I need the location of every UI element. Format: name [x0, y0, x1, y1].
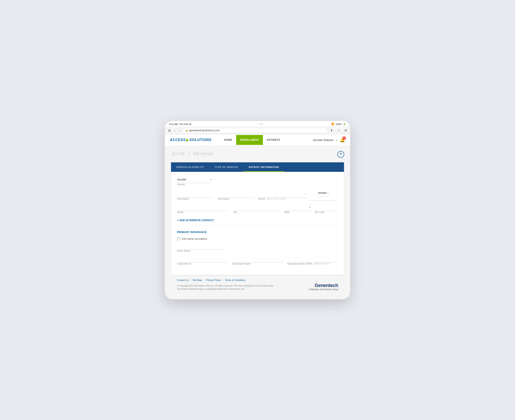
steps-bar: SERVICE ELIGIBILITY TYPE OF SERVICE PATI…	[171, 162, 344, 172]
gender-field: Gender Male Female Other ▾ Gender	[177, 177, 212, 186]
notification-button[interactable]: 🔔 18	[340, 137, 345, 142]
nav-patients[interactable]: PATIENTS	[263, 135, 284, 145]
street-field: Street	[177, 205, 229, 214]
page-content: Enroll / Re-enroll ? SERVICE ELIGIBILITY…	[165, 146, 350, 299]
subscriber-dob-field: Subscriber Date of Birth (MM/DD/YYYY)	[287, 257, 338, 265]
subscriber-name-label: Subscriber Name	[232, 262, 283, 265]
phone-type-label	[323, 196, 324, 199]
logo: ACCESS ▶ SOLUTIONS	[170, 138, 212, 142]
city-input[interactable]	[233, 205, 280, 211]
battery-display: 100%	[336, 123, 342, 126]
tabs-button[interactable]: ⧉	[344, 128, 348, 133]
subscriber-id-input[interactable]	[177, 257, 228, 262]
zip-field: Zip Code	[315, 205, 338, 214]
last-name-label: Last Name	[218, 197, 254, 200]
city-label: City	[233, 211, 280, 213]
payer-row: Payer Name	[177, 244, 338, 253]
footer-contact-link[interactable]: Contact Us	[177, 279, 189, 281]
gender-select[interactable]: Gender Male Female Other	[177, 177, 210, 182]
phone-input[interactable]	[258, 191, 303, 196]
phone-type-select[interactable]: Mobile Home Work	[318, 190, 326, 195]
info-same-label: Info same as patient	[182, 237, 207, 240]
tab-icon[interactable]: ⊞	[167, 128, 172, 133]
form-panel: SERVICE ELIGIBILITY TYPE OF SERVICE PATI…	[171, 162, 344, 275]
address-bar[interactable]: 🔒 genentech-prod.force.com	[183, 128, 327, 133]
status-bar: 9:41 AM Thu Feb 18 ••• 📶 100% 🔋	[165, 121, 350, 127]
genentech-sub: A Member of the Roche Group	[309, 288, 338, 291]
info-same-row: Info same as patient	[177, 237, 338, 240]
footer-terms-link[interactable]: Terms & Conditions	[225, 279, 245, 281]
step-service-eligibility[interactable]: SERVICE ELIGIBILITY	[171, 162, 209, 172]
page-title: Enroll / Re-enroll	[171, 151, 214, 157]
first-name-field: First Name	[177, 192, 213, 201]
payer-name-field: Payer Name	[177, 244, 224, 253]
url-display: genentech-prod.force.com	[189, 129, 220, 132]
logo-solutions-text: SOLUTIONS	[189, 138, 212, 142]
state-label: State	[284, 211, 310, 213]
user-dropdown-arrow[interactable]: ▾	[336, 139, 337, 141]
info-same-checkbox[interactable]	[177, 237, 180, 240]
payer-name-label: Payer Name	[177, 249, 224, 252]
first-name-label: First Name	[177, 197, 213, 200]
nav-home[interactable]: HOME	[220, 135, 236, 145]
footer-bottom: © Copyright 2015 Genentech USA, Inc. All…	[177, 283, 338, 291]
menu-dots: •••	[259, 123, 263, 126]
first-name-input[interactable]	[177, 192, 213, 197]
subscriber-name-field: Subscriber Name	[232, 257, 283, 265]
nav-bar: ACCESS ▶ SOLUTIONS HOME ENROLLMENT PATIE…	[165, 135, 350, 146]
zip-input[interactable]	[315, 205, 338, 211]
browser-bar: ⊞ ‹ › 🔒 genentech-prod.force.com ⬆ ＋ ⧉	[165, 127, 350, 135]
state-select-arrow: ▾	[309, 206, 310, 209]
phone-arrow-icon: ›	[304, 192, 305, 195]
subscriber-row: Subscriber ID Subscriber Name Subscriber…	[177, 257, 338, 265]
share-button[interactable]: ⬆	[330, 128, 334, 133]
help-button[interactable]: ?	[337, 151, 344, 158]
logo-arrow-icon: ▶	[186, 138, 189, 142]
street-label: Street	[177, 211, 229, 213]
footer-copyright: © Copyright 2015 Genentech USA, Inc. All…	[177, 284, 273, 291]
last-name-field: Last Name	[218, 192, 254, 201]
insurance-divider	[177, 225, 338, 225]
state-select[interactable]	[284, 205, 308, 210]
name-phone-row: First Name Last Name ›	[177, 190, 338, 201]
last-name-input[interactable]	[218, 192, 254, 197]
time-display: 9:41 AM	[169, 123, 178, 126]
new-tab-button[interactable]: ＋	[336, 128, 341, 133]
footer-sitemap-link[interactable]: Site Map	[193, 279, 202, 281]
notification-badge: 18	[342, 136, 346, 140]
footer-privacy-link[interactable]: Privacy Policy	[206, 279, 221, 281]
device-frame: 9:41 AM Thu Feb 18 ••• 📶 100% 🔋 ⊞ ‹ › 🔒 …	[165, 121, 350, 299]
forward-button[interactable]: ›	[178, 128, 181, 133]
battery-icon: 🔋	[343, 123, 346, 126]
subscriber-name-input[interactable]	[232, 257, 283, 262]
zip-label: Zip Code	[315, 211, 338, 213]
step-type-of-service[interactable]: TYPE OF SERVICE	[209, 162, 243, 172]
nav-right: Jennifer Roberts ▾ 🔔 18	[313, 137, 345, 142]
gender-label: Gender	[177, 183, 212, 186]
wifi-icon: 📶	[331, 123, 334, 126]
subscriber-dob-input[interactable]	[287, 257, 338, 262]
genentech-logo: Genentech A Member of the Roche Group	[309, 283, 338, 291]
step-patient-information[interactable]: PATIENT INFORMATION	[243, 162, 284, 172]
phone-label: Phone (XXX-XXX-XXXX)	[258, 197, 307, 200]
payer-name-input[interactable]	[177, 244, 224, 249]
gender-select-arrow: ▾	[211, 178, 212, 181]
date-display: Thu Feb 18	[179, 123, 191, 126]
subscriber-id-label: Subscriber ID	[177, 262, 228, 265]
add-alternate-contact-button[interactable]: + ADD ALTERNATE CONTACT	[177, 219, 214, 222]
phone-type-arrow: ▾	[327, 192, 328, 194]
logo-access-text: ACCESS	[170, 138, 186, 142]
page-footer: Contact Us | Site Map | Privacy Policy |…	[171, 275, 344, 294]
nav-links: HOME ENROLLMENT PATIENTS	[220, 135, 313, 145]
app-content: ACCESS ▶ SOLUTIONS HOME ENROLLMENT PATIE…	[165, 135, 350, 299]
footer-links: Contact Us | Site Map | Privacy Policy |…	[177, 279, 338, 281]
lock-icon: 🔒	[185, 129, 188, 132]
subscriber-dob-label: Subscriber Date of Birth (MM/DD/YYYY)	[287, 262, 338, 265]
back-button[interactable]: ‹	[173, 128, 176, 133]
phone-field-group: › Phone (XXX-XXX-XXXX)	[258, 190, 338, 201]
nav-enrollment[interactable]: ENROLLMENT	[236, 135, 263, 145]
subscriber-id-field: Subscriber ID	[177, 257, 228, 265]
city-field: City	[233, 205, 280, 214]
street-input[interactable]	[177, 205, 229, 211]
genentech-name: Genentech	[309, 283, 338, 288]
